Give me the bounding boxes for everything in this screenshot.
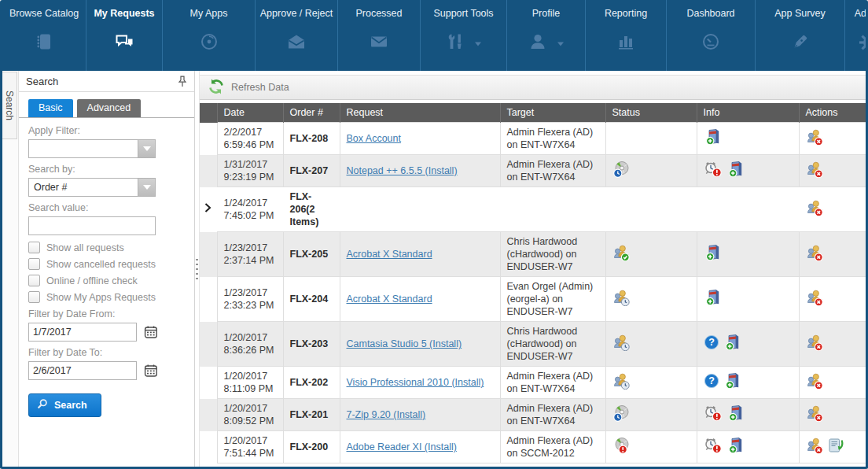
- question-icon[interactable]: ?: [704, 334, 719, 353]
- cancel-request-icon[interactable]: [806, 372, 823, 393]
- request-link[interactable]: Visio Professional 2010 (Install): [347, 377, 484, 388]
- request-link[interactable]: 7-Zip 9.20 (Install): [347, 409, 426, 420]
- checkbox-show-all-requests[interactable]: [28, 242, 40, 253]
- chat-bubbles-icon: [114, 32, 134, 54]
- package-add-icon[interactable]: [704, 244, 723, 264]
- cancel-request-icon[interactable]: [806, 289, 823, 309]
- cancel-request-icon[interactable]: [806, 199, 823, 220]
- request-link[interactable]: Adobe Reader XI (Install): [347, 441, 457, 452]
- dropdown-arrow-icon[interactable]: [138, 179, 155, 196]
- package-add-icon[interactable]: [704, 128, 723, 149]
- cancel-request-icon[interactable]: [806, 404, 823, 425]
- search-button-label: Search: [54, 400, 87, 411]
- checkbox-row-show-my-apps-requests[interactable]: Show My Apps Requests: [28, 291, 185, 303]
- cell-status: [605, 431, 697, 463]
- column-header-date[interactable]: Date: [217, 103, 283, 123]
- nav-tab-label: Reporting: [605, 8, 647, 19]
- column-header-status[interactable]: Status: [605, 103, 697, 123]
- package-add-icon[interactable]: [723, 372, 742, 393]
- request-link[interactable]: Acrobat X Standard: [347, 294, 432, 305]
- column-header-order[interactable]: Order #: [283, 103, 340, 123]
- checkbox-show-cancelled-requests[interactable]: [28, 258, 40, 270]
- cell-info: [697, 187, 799, 232]
- package-add-icon[interactable]: [726, 437, 745, 457]
- alarm-warning-icon[interactable]: [704, 404, 723, 425]
- nav-tab-reporting[interactable]: Reporting: [586, 0, 667, 71]
- request-link[interactable]: Box Account: [347, 133, 402, 144]
- resubmit-icon[interactable]: [827, 437, 844, 457]
- cell-expander: [200, 367, 217, 399]
- search-by-select[interactable]: Order #: [28, 178, 156, 197]
- column-header-info[interactable]: Info: [697, 103, 799, 123]
- checkbox-show-my-apps-requests[interactable]: [28, 291, 40, 303]
- request-link[interactable]: Notepad ++ 6.5.5 (Install): [347, 165, 458, 176]
- column-header-target[interactable]: Target: [500, 103, 605, 123]
- cell-status: [605, 187, 697, 232]
- nav-tab-admin[interactable]: Admin: [845, 0, 866, 71]
- cell-date: 1/23/20172:37:14 PM: [217, 232, 283, 277]
- column-header-actions[interactable]: Actions: [799, 103, 866, 123]
- alarm-warning-icon[interactable]: [704, 437, 723, 457]
- sidebar-splitter[interactable]: [195, 71, 200, 467]
- calendar-icon[interactable]: [144, 364, 158, 378]
- cancel-request-icon[interactable]: [806, 334, 823, 354]
- nav-tab-my-apps[interactable]: My Apps: [163, 0, 256, 71]
- alarm-warning-icon[interactable]: [704, 161, 723, 181]
- checkbox-row-online-offline-check[interactable]: Online / offline check: [28, 275, 185, 286]
- refresh-label: Refresh Data: [231, 82, 289, 93]
- nav-tab-app-survey[interactable]: App Survey: [756, 0, 845, 71]
- nav-tab-dashboard[interactable]: Dashboard: [667, 0, 756, 71]
- request-link[interactable]: Camtasia Studio 5 (Install): [347, 338, 462, 349]
- cell-info: [697, 431, 799, 463]
- request-link[interactable]: Acrobat X Standard: [347, 249, 432, 260]
- search-tab-basic[interactable]: Basic: [28, 99, 73, 117]
- dropdown-arrow-icon[interactable]: [138, 140, 155, 157]
- caret-down-icon[interactable]: [474, 36, 482, 50]
- date-to-input[interactable]: [28, 361, 137, 380]
- checkbox-online-offline-check[interactable]: [28, 275, 40, 286]
- cell-expander: [200, 431, 217, 463]
- package-add-icon[interactable]: [726, 161, 745, 181]
- column-header-expander[interactable]: [200, 103, 217, 123]
- cell-status: [605, 399, 697, 431]
- caret-down-icon[interactable]: [557, 36, 565, 50]
- search-tab-advanced[interactable]: Advanced: [77, 99, 142, 117]
- cancel-request-icon[interactable]: [806, 161, 823, 181]
- checkbox-row-show-all-requests[interactable]: Show all requests: [28, 242, 185, 253]
- question-icon[interactable]: ?: [704, 373, 719, 392]
- nav-tab-my-requests[interactable]: My Requests: [86, 0, 163, 71]
- nav-tab-support-tools[interactable]: Support Tools: [421, 0, 507, 71]
- cell-date: 1/23/20172:33:23 PM: [217, 277, 283, 322]
- nav-tab-browse-catalog[interactable]: Browse Catalog: [2, 0, 86, 71]
- cancel-request-icon[interactable]: [806, 244, 823, 264]
- cell-order-number: FLX-203: [283, 322, 340, 367]
- package-add-icon[interactable]: [723, 334, 742, 354]
- date-from-input[interactable]: [28, 323, 137, 342]
- expand-arrow-icon[interactable]: [204, 203, 211, 216]
- checkbox-row-show-cancelled-requests[interactable]: Show cancelled requests: [28, 258, 185, 270]
- requests-table-wrap: DateOrder #RequestTargetStatusInfoAction…: [200, 103, 866, 467]
- splitter-grip-icon[interactable]: [195, 257, 199, 282]
- search-button[interactable]: Search: [28, 393, 101, 417]
- package-add-icon[interactable]: [726, 404, 745, 425]
- cancel-request-icon[interactable]: [806, 128, 823, 149]
- table-row-flx-201: 1/20/20178:09:52 PMFLX-2017-Zip 9.20 (In…: [200, 399, 866, 431]
- calendar-icon[interactable]: [144, 325, 158, 339]
- refresh-data-button[interactable]: Refresh Data: [200, 75, 866, 100]
- cell-expander: [200, 232, 217, 277]
- search-rail-tab[interactable]: Search: [2, 72, 17, 139]
- checkbox-label: Show cancelled requests: [46, 259, 156, 270]
- pin-icon[interactable]: [178, 76, 187, 87]
- nav-tab-approve-reject[interactable]: Approve / Reject: [256, 0, 338, 71]
- search-value-input[interactable]: [28, 216, 156, 235]
- cell-target: Admin Flexera (AD) on ENT-W7X64: [500, 367, 605, 399]
- package-add-icon[interactable]: [704, 289, 723, 309]
- gear-icon: [859, 32, 866, 56]
- column-header-request[interactable]: Request: [340, 103, 500, 123]
- nav-tab-processed[interactable]: Processed: [338, 0, 421, 71]
- cancel-request-icon[interactable]: [806, 437, 823, 457]
- nav-tab-profile[interactable]: Profile: [507, 0, 586, 71]
- checkbox-label: Online / offline check: [46, 275, 138, 286]
- apply-filter-select[interactable]: [28, 139, 156, 158]
- cell-expander[interactable]: [200, 187, 217, 232]
